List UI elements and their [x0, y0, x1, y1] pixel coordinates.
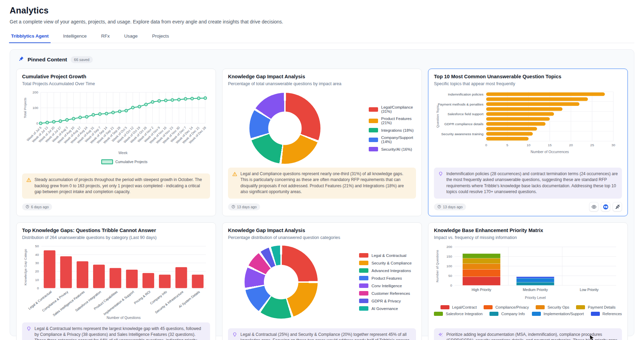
- svg-text:20: 20: [35, 269, 39, 273]
- horizontal-bar-chart: 051015202530Indemnification policiesPaym…: [434, 89, 622, 157]
- donut-chart: Legal & ContractualSecurity & Compliance…: [228, 243, 416, 321]
- warning-icon: [26, 177, 31, 184]
- svg-text:Implementation & Support: Implementation & Support: [103, 290, 135, 316]
- saved-count-badge: 66 saved: [71, 56, 93, 63]
- svg-text:25: 25: [590, 143, 594, 147]
- card-top-knowledge-gaps[interactable]: Top Knowledge Gaps: Questions Tribble Ca…: [16, 222, 216, 340]
- orb-button[interactable]: [601, 202, 610, 211]
- svg-text:Number of Questions: Number of Questions: [435, 250, 439, 282]
- donut-chart: Legal/Compliance (31%)Product Features (…: [228, 89, 416, 168]
- svg-text:High Priority: High Priority: [472, 288, 492, 292]
- svg-text:200: 200: [32, 90, 38, 94]
- insight-box: Steady accumulation of projects througho…: [22, 173, 210, 198]
- svg-text:0: 0: [36, 121, 38, 125]
- svg-text:30: 30: [35, 261, 39, 265]
- lightbulb-icon: [232, 332, 237, 339]
- svg-text:Knowledge Gap Catego: Knowledge Gap Catego: [23, 249, 27, 285]
- card-meta: 13 days ago: [434, 202, 622, 212]
- lightbulb-icon: [26, 326, 31, 333]
- legend-item: Company/Support (14%): [369, 136, 416, 144]
- legend-item: Salesforce Integration: [434, 312, 483, 316]
- pinned-cards-grid: Cumulative Project Growth Total Projects…: [16, 69, 628, 340]
- unpin-button[interactable]: [613, 202, 622, 211]
- tab-tribblytics-agent[interactable]: Tribblytics Agent: [10, 31, 49, 43]
- timestamp-badge: 13 days ago: [228, 203, 260, 210]
- legend-item: Security & Compliance: [359, 261, 412, 265]
- svg-text:Total Projects: Total Projects: [23, 98, 27, 118]
- card-title: Top Knowledge Gaps: Questions Tribble Ca…: [22, 228, 210, 233]
- card-title: Cumulative Project Growth: [22, 74, 210, 79]
- svg-text:10: 10: [35, 278, 39, 281]
- svg-text:40: 40: [35, 252, 39, 256]
- svg-text:150: 150: [446, 254, 452, 258]
- svg-text:Pricing & ROI: Pricing & ROI: [133, 290, 151, 305]
- legend-item: Product Features (21%): [369, 117, 416, 125]
- card-actions: [589, 202, 622, 211]
- card-subtitle: Distribution of 264 unanswerable questio…: [22, 235, 210, 240]
- card-subtitle: Specific topics that appear most frequen…: [434, 81, 622, 86]
- mouse-cursor: [590, 335, 594, 340]
- legend-item: Payment Details: [576, 305, 615, 309]
- page-title: Analytics: [10, 6, 634, 16]
- legend-item: Legal & Contractual: [359, 253, 412, 258]
- card-cumulative-project-growth[interactable]: Cumulative Project Growth Total Projects…: [16, 69, 216, 216]
- legend-item: Product Features: [359, 276, 412, 280]
- card-subtitle: Impact vs. frequency of missing informat…: [434, 235, 622, 240]
- insight-text: Indemnification policies (28 occurrences…: [446, 171, 618, 195]
- insight-box: Legal & Contractual (25%) and Security &…: [228, 328, 416, 340]
- legend-item: Customer References: [359, 291, 412, 296]
- sparkles-icon: [438, 332, 443, 339]
- insight-text: Steady accumulation of projects througho…: [34, 177, 206, 195]
- card-knowledge-gap-impact-1[interactable]: Knowledge Gap Impact Analysis Percentage…: [222, 69, 422, 216]
- analytics-page: Analytics Get a complete view of your ag…: [0, 0, 644, 336]
- svg-text:20: 20: [569, 143, 573, 147]
- svg-text:Security & Infrastructure: Security & Infrastructure: [154, 290, 184, 314]
- unpin-icon: [615, 204, 620, 210]
- stacked-legend: Legal/ContractCompliance/PrivacySecurity…: [434, 305, 622, 316]
- svg-text:200: 200: [446, 245, 452, 249]
- legend-item: Legal/Compliance (31%): [369, 105, 416, 113]
- tab-projects[interactable]: Projects: [151, 31, 170, 43]
- svg-text:Medium Priority: Medium Priority: [523, 288, 548, 292]
- card-top10-unanswerable-topics[interactable]: Top 10 Most Common Unanswerable Question…: [428, 69, 628, 216]
- legend-item: Implementation/Support: [532, 312, 584, 316]
- tab-usage[interactable]: Usage: [123, 31, 138, 43]
- svg-text:Indemnification policies: Indemnification policies: [448, 92, 484, 96]
- tab-intelligence[interactable]: Intelligence: [62, 31, 87, 43]
- svg-text:50: 50: [35, 244, 39, 248]
- svg-text:Question Topic: Question Topic: [436, 105, 439, 128]
- insight-text: Legal & Contractual terms represent the …: [34, 326, 206, 340]
- card-meta: 13 days ago: [228, 202, 416, 212]
- clock-icon: [231, 205, 235, 209]
- timestamp-badge: 13 days ago: [434, 203, 466, 210]
- legend-item: Compliance/Privacy: [484, 305, 529, 309]
- view-button[interactable]: [589, 202, 598, 211]
- legend-item: Company Info: [489, 312, 525, 316]
- svg-text:Number of Occurrences: Number of Occurrences: [531, 150, 569, 154]
- card-knowledge-gap-impact-2[interactable]: Knowledge Gap Impact Analysis Percentage…: [222, 222, 422, 340]
- timestamp-badge: 6 days ago: [22, 203, 52, 210]
- card-meta: 6 days ago: [22, 202, 210, 212]
- legend-item: Advanced Integrations: [359, 268, 412, 273]
- legend-item: References: [591, 312, 622, 316]
- warning-icon: [232, 171, 237, 178]
- pin-icon: [18, 56, 24, 63]
- donut-legend: Legal/Compliance (31%)Product Features (…: [369, 105, 416, 151]
- svg-text:Week: Week: [118, 151, 128, 155]
- svg-text:0: 0: [485, 143, 487, 147]
- card-title: Knowledge Gap Impact Analysis: [228, 228, 416, 233]
- svg-text:Sales Intelligence Features: Sales Intelligence Features: [52, 290, 86, 317]
- svg-text:GDPR compliance details: GDPR compliance details: [444, 122, 483, 126]
- card-title: Top 10 Most Common Unanswerable Question…: [434, 74, 622, 79]
- tab-rfx[interactable]: RFx: [100, 31, 110, 43]
- svg-text:0: 0: [450, 283, 452, 287]
- stacked-bar-chart: 050100150200High PriorityMedium Priority…: [434, 243, 622, 316]
- card-priority-matrix[interactable]: Knowledge Base Enhancement Priority Matr…: [428, 222, 628, 340]
- svg-text:Low Priority: Low Priority: [580, 288, 599, 292]
- card-title: Knowledge Base Enhancement Priority Matr…: [434, 228, 622, 233]
- page-subtitle: Get a complete view of your agents, proj…: [10, 19, 634, 24]
- donut: [249, 93, 320, 164]
- insight-box: Legal and Compliance questions represent…: [228, 168, 416, 199]
- svg-text:Cumulative Projects: Cumulative Projects: [116, 160, 148, 164]
- pinned-content-title: Pinned Content: [28, 57, 67, 63]
